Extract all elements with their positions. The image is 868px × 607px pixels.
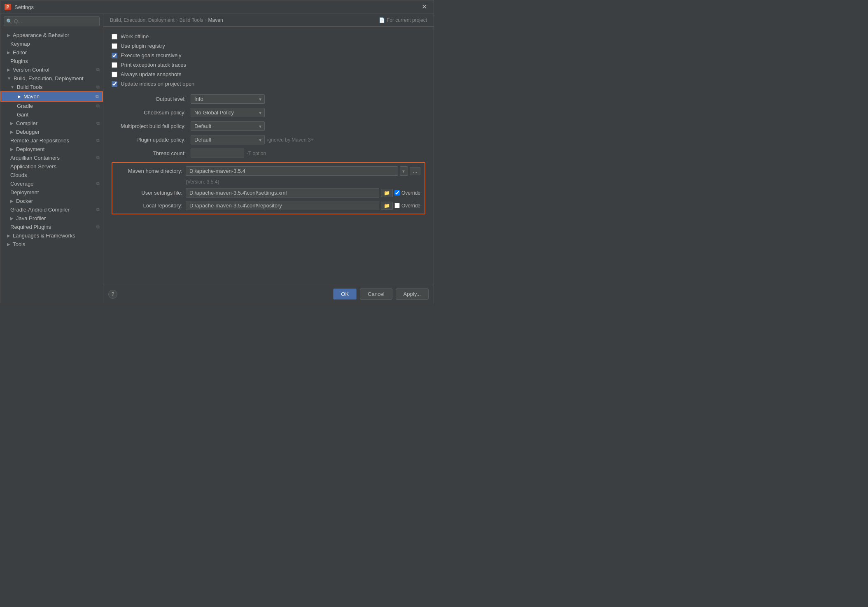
sidebar-item-maven[interactable]: ▶ Maven ⧉ — [0, 91, 103, 102]
sidebar-item-label: Maven — [23, 93, 40, 100]
local-repository-override-label[interactable]: Override — [401, 203, 420, 209]
for-current-project: 📄 For current project — [379, 17, 427, 23]
sidebar-item-label: Version Control — [13, 67, 49, 73]
sidebar-item-editor[interactable]: ▶ Editor — [0, 48, 103, 57]
execute-goals-checkbox[interactable] — [112, 53, 117, 58]
execute-goals-label[interactable]: Execute goals recursively — [121, 52, 181, 58]
user-settings-browse-button[interactable]: 📁 — [381, 189, 393, 197]
ok-button[interactable]: OK — [333, 288, 357, 300]
plugin-update-policy-dropdown[interactable]: Default Always Daily Never — [191, 135, 265, 144]
copy-icon: ⧉ — [96, 94, 99, 99]
settings-form: Work offline Use plugin registry Execute… — [103, 27, 434, 285]
sidebar-item-remote-jar[interactable]: Remote Jar Repositories ⧉ — [0, 136, 103, 145]
output-level-dropdown-wrapper: Info Debug Warn Error ▼ — [191, 94, 265, 104]
sidebar-item-tools[interactable]: ▶ Tools — [0, 240, 103, 249]
maven-home-browse-button[interactable]: … — [410, 167, 420, 175]
sidebar-item-label: Required Plugins — [10, 224, 51, 230]
sidebar-item-coverage[interactable]: Coverage ⧉ — [0, 179, 103, 188]
print-exception-checkbox[interactable] — [112, 62, 117, 68]
sidebar-item-label: Deployment — [10, 189, 39, 195]
cancel-button[interactable]: Cancel — [360, 288, 392, 300]
plugin-update-policy-dropdown-wrapper: Default Always Daily Never ▼ — [191, 135, 265, 144]
print-exception-label[interactable]: Print exception stack traces — [121, 62, 186, 68]
local-repository-input[interactable] — [186, 201, 379, 210]
arrow-icon: ▶ — [7, 242, 10, 247]
local-repository-label: Local repository: — [117, 202, 182, 209]
sidebar-item-gradle[interactable]: Gradle ⧉ — [0, 102, 103, 110]
title-bar: P Settings ✕ — [0, 0, 434, 14]
sidebar-item-app-servers[interactable]: Application Servers — [0, 162, 103, 171]
sidebar-item-clouds[interactable]: Clouds — [0, 171, 103, 179]
checkbox-always-update-row: Always update snapshots — [112, 71, 425, 77]
always-update-checkbox[interactable] — [112, 72, 117, 77]
output-level-label: Output level: — [112, 96, 186, 102]
sidebar-item-version-control[interactable]: ▶ Version Control ⧉ — [0, 65, 103, 74]
checksum-policy-label: Checksum policy: — [112, 109, 186, 116]
plugin-update-hint: ignored by Maven 3+ — [267, 137, 313, 143]
sidebar-item-gant[interactable]: Gant — [0, 110, 103, 119]
sidebar-item-keymap[interactable]: Keymap — [0, 40, 103, 48]
sidebar-item-docker[interactable]: ▶ Docker — [0, 197, 103, 205]
sidebar-item-required-plugins[interactable]: Required Plugins ⧉ — [0, 223, 103, 231]
sidebar-item-deployment[interactable]: ▶ Deployment — [0, 145, 103, 153]
sidebar-item-deployment2[interactable]: Deployment — [0, 188, 103, 197]
checksum-policy-row: Checksum policy: No Global Policy Warn F… — [112, 108, 425, 117]
sidebar-item-appearance[interactable]: ▶ Appearance & Behavior — [0, 31, 103, 40]
maven-home-dropdown-wrapper: ▼ — [400, 166, 408, 176]
checkbox-update-indices-row: Update indices on project open — [112, 81, 425, 87]
sidebar-item-plugins[interactable]: Plugins — [0, 57, 103, 65]
sidebar-item-languages[interactable]: ▶ Languages & Frameworks — [0, 231, 103, 240]
checksum-policy-control: No Global Policy Warn Fail Ignore ▼ — [191, 108, 265, 117]
breadcrumb-sep-1: › — [176, 17, 178, 23]
sidebar-item-debugger[interactable]: ▶ Debugger — [0, 128, 103, 136]
checksum-policy-dropdown[interactable]: No Global Policy Warn Fail Ignore — [191, 108, 265, 117]
output-level-dropdown[interactable]: Info Debug Warn Error — [191, 94, 265, 104]
user-settings-input[interactable] — [186, 188, 379, 198]
multiproject-policy-dropdown[interactable]: Default Fail At End Fail Fast Never Fail — [191, 121, 265, 131]
sidebar-item-label: Keymap — [10, 41, 30, 47]
sidebar-item-compiler[interactable]: ▶ Compiler ⧉ — [0, 119, 103, 128]
work-offline-checkbox[interactable] — [112, 34, 117, 40]
use-plugin-registry-label[interactable]: Use plugin registry — [121, 43, 165, 49]
arrow-icon: ▶ — [7, 67, 10, 72]
always-update-label[interactable]: Always update snapshots — [121, 71, 181, 77]
sidebar-item-build-exec-deploy[interactable]: ▼ Build, Execution, Deployment — [0, 74, 103, 83]
sidebar-item-arquillian[interactable]: Arquillian Containers ⧉ — [0, 153, 103, 162]
update-indices-checkbox[interactable] — [112, 81, 117, 87]
sidebar-item-label: Gant — [17, 112, 28, 118]
multiproject-policy-label: Multiproject build fail policy: — [112, 123, 186, 129]
apply-button[interactable]: Apply... — [396, 288, 429, 300]
arrow-icon: ▼ — [10, 85, 14, 89]
multiproject-policy-row: Multiproject build fail policy: Default … — [112, 121, 425, 131]
user-settings-override-label[interactable]: Override — [401, 190, 420, 196]
help-button[interactable]: ? — [108, 290, 117, 299]
search-input[interactable] — [4, 16, 100, 26]
sidebar-item-gradle-android[interactable]: Gradle-Android Compiler ⧉ — [0, 205, 103, 214]
maven-home-input-wrapper: ▼ … — [186, 166, 420, 176]
copy-icon: ⧉ — [96, 207, 100, 212]
search-box: 🔍 — [0, 14, 103, 29]
checkbox-work-offline-row: Work offline — [112, 33, 425, 40]
search-wrapper: 🔍 — [4, 16, 100, 26]
thread-count-row: Thread count: -T option — [112, 149, 425, 158]
sidebar-item-build-tools[interactable]: ▼ Build Tools ⧉ — [0, 83, 103, 91]
thread-count-input[interactable] — [191, 149, 244, 158]
use-plugin-registry-checkbox[interactable] — [112, 43, 117, 49]
sidebar-item-label: Gradle-Android Compiler — [10, 207, 70, 213]
user-settings-override-checkbox[interactable] — [394, 190, 400, 195]
sidebar-item-label: Arquillian Containers — [10, 155, 60, 161]
maven-home-dropdown[interactable] — [400, 166, 408, 176]
plugin-update-policy-label: Plugin update policy: — [112, 137, 186, 143]
local-repository-row: Local repository: 📁 Override — [117, 201, 420, 210]
sidebar-item-java-profiler[interactable]: ▶ Java Profiler — [0, 214, 103, 223]
local-repository-browse-button[interactable]: 📁 — [381, 202, 393, 210]
update-indices-label[interactable]: Update indices on project open — [121, 81, 194, 87]
work-offline-label[interactable]: Work offline — [121, 33, 149, 40]
checkbox-print-exception-row: Print exception stack traces — [112, 62, 425, 68]
close-button[interactable]: ✕ — [419, 3, 429, 11]
breadcrumb: Build, Execution, Deployment › Build Too… — [103, 14, 434, 27]
copy-icon: ⧉ — [96, 121, 100, 126]
local-repository-override-checkbox[interactable] — [394, 203, 400, 208]
window-title: Settings — [14, 4, 34, 10]
maven-home-input[interactable] — [186, 166, 398, 176]
